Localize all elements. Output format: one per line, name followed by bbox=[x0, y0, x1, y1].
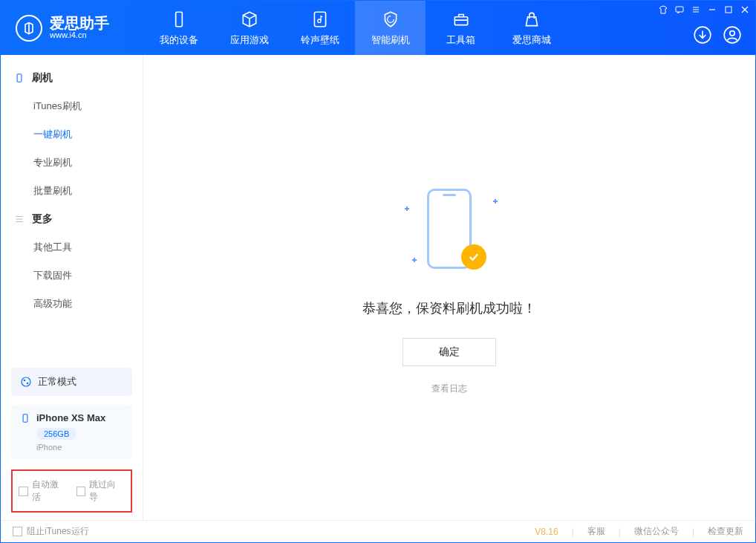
main-content: 恭喜您，保资料刷机成功啦！ 确定 查看日志 bbox=[143, 55, 755, 520]
tab-apps-games[interactable]: 应用游戏 bbox=[214, 1, 284, 55]
sparkle-icon bbox=[412, 258, 417, 262]
svg-point-5 bbox=[730, 31, 735, 36]
svg-rect-2 bbox=[454, 16, 467, 25]
feedback-icon[interactable] bbox=[675, 5, 684, 14]
app-url: www.i4.cn bbox=[50, 30, 109, 40]
view-log-link[interactable]: 查看日志 bbox=[431, 383, 467, 395]
tab-label: 智能刷机 bbox=[371, 33, 410, 47]
sidebar-section-flash: 刷机 bbox=[1, 64, 143, 92]
sidebar-item-advanced[interactable]: 高级功能 bbox=[1, 290, 143, 318]
phone-small-icon bbox=[20, 413, 30, 423]
sidebar: 刷机 iTunes刷机 一键刷机 专业刷机 批量刷机 更多 其他工具 下载固件 … bbox=[1, 55, 143, 520]
logo-text: 爱思助手 www.i4.cn bbox=[50, 16, 109, 40]
svg-point-11 bbox=[27, 383, 29, 385]
svg-rect-8 bbox=[17, 74, 22, 82]
checkbox-icon bbox=[76, 487, 86, 496]
sparkle-icon bbox=[493, 199, 498, 204]
skin-icon[interactable] bbox=[659, 5, 668, 14]
tab-label: 应用游戏 bbox=[230, 33, 269, 47]
checkbox-auto-activate[interactable]: 自动激活 bbox=[19, 478, 68, 504]
success-message: 恭喜您，保资料刷机成功啦！ bbox=[362, 299, 536, 317]
svg-rect-0 bbox=[175, 12, 182, 27]
store-icon bbox=[522, 10, 541, 29]
tab-my-device[interactable]: 我的设备 bbox=[143, 1, 214, 55]
phone-icon bbox=[14, 73, 25, 83]
minimize-icon[interactable] bbox=[708, 5, 717, 14]
body: 刷机 iTunes刷机 一键刷机 专业刷机 批量刷机 更多 其他工具 下载固件 … bbox=[1, 55, 755, 520]
toolbox-icon bbox=[452, 10, 471, 29]
tab-label: 我的设备 bbox=[160, 33, 198, 47]
device-type: iPhone bbox=[36, 443, 123, 452]
close-icon[interactable] bbox=[740, 5, 749, 14]
shield-icon bbox=[381, 10, 400, 29]
app-name: 爱思助手 bbox=[50, 16, 109, 30]
mode-icon bbox=[20, 376, 32, 388]
tab-label: 爱思商城 bbox=[512, 33, 551, 47]
window-controls bbox=[659, 5, 749, 14]
checkbox-icon bbox=[19, 487, 28, 496]
sidebar-item-itunes-flash[interactable]: iTunes刷机 bbox=[1, 92, 143, 120]
checkbox-label: 跳过向导 bbox=[89, 478, 125, 504]
device-info-box[interactable]: iPhone XS Max 256GB iPhone bbox=[11, 405, 132, 459]
tab-ringtone-wallpaper[interactable]: 铃声壁纸 bbox=[284, 1, 355, 55]
tab-label: 铃声壁纸 bbox=[301, 33, 339, 47]
footer-link-wechat[interactable]: 微信公众号 bbox=[634, 525, 679, 538]
nav-tabs: 我的设备 应用游戏 铃声壁纸 智能刷机 工具箱 爱思商城 bbox=[143, 1, 567, 55]
mode-box[interactable]: 正常模式 bbox=[11, 368, 132, 396]
mode-label: 正常模式 bbox=[38, 375, 76, 388]
footer-link-service[interactable]: 客服 bbox=[587, 525, 605, 538]
svg-rect-6 bbox=[676, 7, 683, 12]
sidebar-item-batch-flash[interactable]: 批量刷机 bbox=[1, 177, 143, 205]
sparkle-icon bbox=[405, 207, 409, 211]
highlight-checkbox-area: 自动激活 跳过向导 bbox=[11, 469, 132, 513]
version-label: V8.16 bbox=[535, 527, 558, 537]
sidebar-item-download-firmware[interactable]: 下载固件 bbox=[1, 261, 143, 290]
svg-point-4 bbox=[724, 27, 740, 43]
header: 爱思助手 www.i4.cn 我的设备 应用游戏 铃声壁纸 智能刷机 bbox=[1, 1, 755, 55]
logo-area: 爱思助手 www.i4.cn bbox=[1, 15, 143, 42]
storage-badge: 256GB bbox=[36, 428, 76, 440]
download-icon[interactable] bbox=[693, 25, 712, 45]
sidebar-item-oneclick-flash[interactable]: 一键刷机 bbox=[1, 120, 143, 149]
checkbox-skip-guide[interactable]: 跳过向导 bbox=[76, 478, 126, 504]
success-illustration bbox=[390, 181, 509, 277]
maximize-icon[interactable] bbox=[724, 5, 733, 14]
device-icon bbox=[169, 10, 189, 29]
checkbox-icon bbox=[13, 527, 22, 536]
svg-point-10 bbox=[24, 380, 26, 382]
checkbox-label: 阻止iTunes运行 bbox=[27, 525, 89, 538]
cube-icon bbox=[240, 10, 259, 29]
tab-toolbox[interactable]: 工具箱 bbox=[426, 1, 496, 55]
svg-point-9 bbox=[22, 377, 30, 386]
checkbox-label: 自动激活 bbox=[32, 478, 68, 504]
tab-smart-flash[interactable]: 智能刷机 bbox=[355, 1, 426, 55]
sidebar-section-more: 更多 bbox=[1, 205, 143, 233]
svg-rect-7 bbox=[726, 7, 731, 13]
svg-rect-12 bbox=[23, 414, 27, 422]
logo-icon bbox=[16, 15, 42, 42]
sidebar-item-other-tools[interactable]: 其他工具 bbox=[1, 233, 143, 261]
user-icon[interactable] bbox=[723, 25, 742, 45]
tab-store[interactable]: 爱思商城 bbox=[496, 1, 567, 55]
footer: 阻止iTunes运行 V8.16 | 客服 | 微信公众号 | 检查更新 bbox=[1, 520, 755, 542]
music-icon bbox=[310, 10, 330, 29]
checkbox-block-itunes[interactable]: 阻止iTunes运行 bbox=[13, 525, 89, 538]
app-window: 爱思助手 www.i4.cn 我的设备 应用游戏 铃声壁纸 智能刷机 bbox=[0, 0, 756, 543]
ok-button[interactable]: 确定 bbox=[403, 338, 496, 366]
footer-link-update[interactable]: 检查更新 bbox=[708, 525, 743, 538]
list-icon bbox=[14, 214, 25, 224]
device-name: iPhone XS Max bbox=[36, 412, 105, 423]
sidebar-item-pro-flash[interactable]: 专业刷机 bbox=[1, 149, 143, 177]
check-circle-icon bbox=[461, 244, 486, 270]
tab-label: 工具箱 bbox=[446, 33, 475, 47]
section-title: 更多 bbox=[32, 212, 53, 226]
menu-icon[interactable] bbox=[691, 5, 700, 14]
section-title: 刷机 bbox=[32, 71, 53, 85]
header-actions bbox=[693, 25, 742, 45]
